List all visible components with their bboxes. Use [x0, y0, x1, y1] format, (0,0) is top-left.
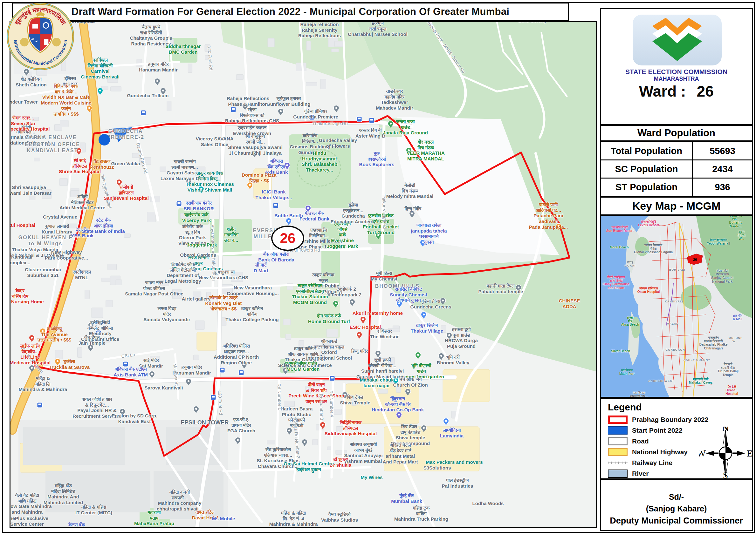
keymap-label: MALAD [667, 322, 679, 325]
poi-pin [333, 301, 338, 306]
map-label: Airtel gallery [182, 296, 211, 302]
ward-heading: Ward : 26 [601, 83, 752, 100]
population-row-label: ST Population [601, 179, 693, 196]
map-label: कॅनरा बँक Canara Bank [62, 522, 91, 528]
legend: Legend Prabhag Boundary 2022Start Point … [600, 398, 753, 479]
keymap-label: ANDHERI WEST [648, 379, 674, 382]
poi-pin [302, 439, 307, 445]
map-label: द विंडसर The Windsor [370, 328, 399, 339]
map-label: Green Vatika [111, 161, 140, 166]
compass-e: E [747, 448, 752, 458]
population-row-label: SC Population [601, 161, 693, 178]
compass-s: S [723, 470, 728, 479]
map-label: 120 Feet Rd [206, 46, 214, 70]
map-label: Cluster mumbai Suburban 351 [25, 267, 61, 278]
map-labels-layer: DevalapadaDheeraj Savera TowerBMC Colony… [11, 22, 596, 527]
keymap-label: अक्सा बीच Aksa Beach [621, 316, 639, 327]
legend-item-label: River [632, 470, 649, 477]
map-label: Domino's Pizza पिझ्झा • $$ [242, 172, 276, 183]
map-label: BMC Colony [518, 21, 547, 23]
signature-name: (Sanjog Kabare) [646, 504, 707, 513]
keymap-label: GOREGAON [665, 348, 685, 351]
map-label: Thakur Village Rd [312, 121, 347, 126]
map-label: National Park - MSEB Colony Rd [424, 21, 466, 74]
map-label: शिव टेंपल Shiva Temple [340, 394, 370, 405]
map-label: लाम्यीन्दिया Lamyindia [440, 427, 464, 438]
legend-item: Prabhag Boundary 2022 [608, 415, 708, 424]
map-label: Oberoi Gardens [180, 252, 216, 258]
keymap-label: महाकाली लेणी Mahakali Caves [689, 377, 713, 384]
map-label: Raheja reflection Raheja Serenity Raheja… [298, 22, 341, 38]
ward-number: 26 [697, 83, 714, 100]
signature-block: Sd/- (Sanjog Kabare) Deputy Municipal Co… [600, 479, 753, 531]
legend-item: National Highway [608, 447, 708, 456]
population-row: Total Population55693 [601, 142, 752, 161]
poi-pin [421, 312, 426, 317]
map-label: ट्रकीला Truckila at Sarova [49, 359, 90, 370]
map-label: संजीवनी हॉस्पिटल Sanjeevani Hospital [104, 184, 149, 201]
poi-pin [444, 419, 448, 423]
map-label: Max Packers and movers [426, 459, 483, 465]
poi-pin [155, 78, 160, 84]
map-label: बँक ऑफ बडोदा Bank Of Baroda [258, 251, 294, 263]
map-label: हिन्दू मंदिर [351, 348, 368, 354]
population-row-label: Total Population [601, 142, 693, 160]
bus-stop-icon [239, 370, 244, 375]
map-label: Grandeur Tower [10, 99, 38, 105]
sec-subtitle: MAHARASHTRA [601, 76, 752, 82]
map-label: होम ग्राउंड टर्फ Home Ground Turf [308, 313, 350, 324]
map-label: लाईफ लाईन वैद्यकीय... Life Line Medicare… [10, 343, 51, 366]
map-label: छत्रभुज नर्सी स्कूल Chatrabhuj Narsee Sc… [348, 21, 408, 38]
map-label: Bottle Booth [274, 213, 303, 218]
poi-pin [29, 335, 34, 340]
map-label: Gundecha Valley of Flowers [319, 138, 357, 149]
map-label: एव्हरशाईन क्राउन Evershine crown [233, 125, 271, 136]
poi-pin [350, 299, 355, 304]
map-label: Dheeraj Savera Tower [154, 21, 204, 21]
bus-stop-icon [357, 117, 362, 122]
population-row: ST Population936 [601, 179, 752, 196]
map-label: मेलोडी मित्र मंडळ Melody mitra Mandal [386, 182, 433, 199]
map-label: महिंद्रा कंपनी छत्रपती... Mahindra compa… [157, 489, 202, 512]
poi-pin [194, 406, 199, 411]
map-label: हनुमान मंदिर Hanuman Mandir [139, 61, 178, 72]
bus-stop-icon [211, 395, 216, 400]
map-label: बुक एक्सप्लोरर्स Book Explorers [359, 151, 394, 167]
signature-sd: Sd/- [669, 493, 684, 502]
map-label: My Wines [361, 474, 383, 480]
map-label: Dattani Park Rd [135, 142, 148, 174]
legend-swatch-start [608, 426, 628, 435]
map-label: फेडरल बँक Federal Bank [300, 210, 329, 221]
map-label: कुणाल लायब्ररी Kunal Library [41, 223, 72, 235]
poi-pin [405, 389, 410, 394]
poi-pin [357, 332, 362, 337]
map-label: समता विद्या मंदिर Samata Vidyamandir [143, 306, 190, 322]
keymap-label: येऊर वॉटरफॉल Yeoor Waterfall [707, 238, 730, 245]
map-label: Gundecha Trillium [127, 93, 169, 98]
bus-stop-icon [220, 368, 225, 373]
population-table: Total Population55693SC Population2434ST… [600, 141, 753, 197]
map-label: ZARNA ENCLAVE [25, 135, 77, 141]
population-row-value: 55693 [693, 142, 752, 160]
keymap-label: मढ किल्ला Madh Fort [619, 369, 634, 375]
keymap-label: आर मॉल R Mall [733, 314, 742, 321]
keymap-label: गोराइ GORAI [625, 261, 636, 267]
map-label: विविध एन एक्स बार & कॅफे... Vividh NX Ba… [41, 83, 92, 117]
sec-title: STATE ELECTION COMMISSION [601, 68, 752, 76]
population-row-value: 936 [693, 179, 752, 196]
poi-pin [186, 379, 191, 384]
keymap-header: Key Map - MCGM [600, 197, 753, 216]
keymap-label: ऑस्कर हॉस्पिटल Oscar Hospital [637, 287, 660, 293]
map-label: Gokul Hospital [10, 222, 35, 228]
map-label: मुंबई बँक Mumbai Bank [391, 493, 422, 504]
poi-pin [235, 437, 240, 443]
keymap-label: लेव्हल्स रिसॉर्ट Levels Resort [638, 220, 659, 227]
ward-label: Ward : [639, 83, 686, 100]
keymap-label: किनी फार्महाउस आणि रिसॉर्ट Kinny Farmhou… [603, 275, 630, 290]
map-label: Om Sai Helmet Centre हाईवेअर दुकान [284, 461, 334, 472]
map-label: महाराणा प्रताप MahaRana Pratap Udyan (Fo… [128, 510, 181, 528]
legend-swatch-road [608, 437, 628, 445]
map-label: Rd Number 3 [318, 394, 324, 420]
map-label: ऑक्सफर्ड इन्टरनेशनल स्कूल Oxford Interna… [306, 338, 352, 361]
keymap-label: Dr LH Hirana... Hospital [722, 385, 742, 396]
